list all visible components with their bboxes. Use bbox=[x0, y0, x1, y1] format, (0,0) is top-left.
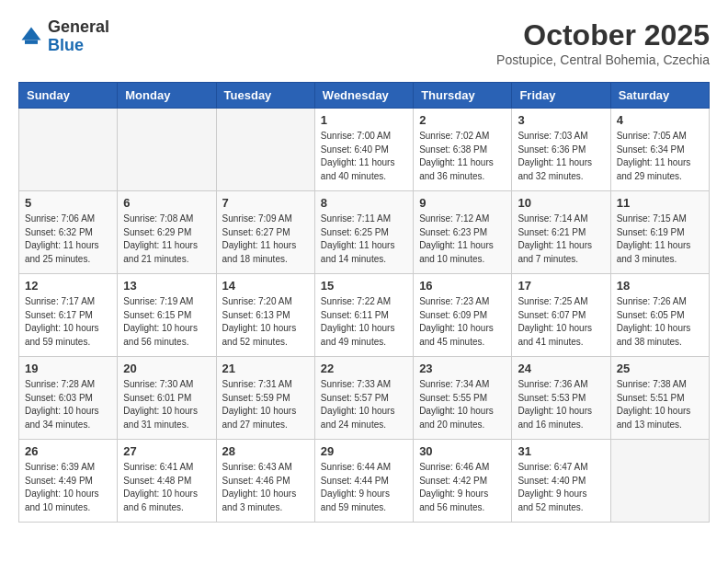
weekday-header-wednesday: Wednesday bbox=[314, 83, 413, 109]
calendar-day-24: 24Sunrise: 7:36 AM Sunset: 5:53 PM Dayli… bbox=[512, 357, 610, 440]
day-info: Sunrise: 7:20 AM Sunset: 6:13 PM Dayligh… bbox=[222, 295, 309, 349]
day-info: Sunrise: 7:25 AM Sunset: 6:07 PM Dayligh… bbox=[518, 295, 604, 349]
weekday-header-saturday: Saturday bbox=[610, 83, 709, 109]
day-number: 3 bbox=[518, 113, 604, 127]
logo-icon bbox=[18, 24, 44, 50]
day-info: Sunrise: 7:19 AM Sunset: 6:15 PM Dayligh… bbox=[123, 295, 210, 349]
day-number: 23 bbox=[419, 362, 506, 375]
logo-general-label: General bbox=[48, 18, 109, 37]
day-number: 11 bbox=[617, 196, 703, 210]
calendar-empty-cell bbox=[216, 109, 314, 191]
calendar-day-11: 11Sunrise: 7:15 AM Sunset: 6:19 PM Dayli… bbox=[610, 191, 709, 274]
calendar-day-3: 3Sunrise: 7:03 AM Sunset: 6:36 PM Daylig… bbox=[512, 109, 610, 191]
calendar-day-20: 20Sunrise: 7:30 AM Sunset: 6:01 PM Dayli… bbox=[118, 357, 216, 440]
calendar-day-2: 2Sunrise: 7:02 AM Sunset: 6:38 PM Daylig… bbox=[414, 109, 512, 191]
calendar-table: SundayMondayTuesdayWednesdayThursdayFrid… bbox=[18, 82, 710, 523]
calendar-day-8: 8Sunrise: 7:11 AM Sunset: 6:25 PM Daylig… bbox=[314, 191, 413, 274]
day-info: Sunrise: 7:38 AM Sunset: 5:51 PM Dayligh… bbox=[617, 378, 703, 431]
calendar-day-7: 7Sunrise: 7:09 AM Sunset: 6:27 PM Daylig… bbox=[216, 191, 314, 274]
day-info: Sunrise: 7:03 AM Sunset: 6:36 PM Dayligh… bbox=[518, 130, 604, 183]
calendar-day-19: 19Sunrise: 7:28 AM Sunset: 6:03 PM Dayli… bbox=[19, 357, 118, 440]
day-number: 16 bbox=[419, 279, 506, 293]
day-info: Sunrise: 7:02 AM Sunset: 6:38 PM Dayligh… bbox=[419, 130, 506, 183]
day-info: Sunrise: 7:11 AM Sunset: 6:25 PM Dayligh… bbox=[321, 213, 407, 266]
calendar-day-10: 10Sunrise: 7:14 AM Sunset: 6:21 PM Dayli… bbox=[512, 191, 610, 274]
calendar-day-12: 12Sunrise: 7:17 AM Sunset: 6:17 PM Dayli… bbox=[19, 274, 118, 357]
weekday-header-tuesday: Tuesday bbox=[216, 83, 314, 109]
day-number: 10 bbox=[518, 196, 604, 210]
calendar-day-15: 15Sunrise: 7:22 AM Sunset: 6:11 PM Dayli… bbox=[314, 274, 413, 357]
day-number: 17 bbox=[518, 279, 604, 293]
weekday-header-monday: Monday bbox=[118, 83, 216, 109]
weekday-header-thursday: Thursday bbox=[414, 83, 512, 109]
day-number: 26 bbox=[25, 444, 111, 458]
calendar-day-13: 13Sunrise: 7:19 AM Sunset: 6:15 PM Dayli… bbox=[118, 274, 216, 357]
day-info: Sunrise: 6:46 AM Sunset: 4:42 PM Dayligh… bbox=[419, 461, 506, 514]
calendar-day-28: 28Sunrise: 6:43 AM Sunset: 4:46 PM Dayli… bbox=[216, 440, 314, 523]
day-number: 7 bbox=[222, 196, 309, 210]
logo-text: General Blue bbox=[48, 18, 109, 55]
calendar-empty-cell bbox=[118, 109, 216, 191]
day-number: 13 bbox=[123, 279, 210, 293]
calendar-day-17: 17Sunrise: 7:25 AM Sunset: 6:07 PM Dayli… bbox=[512, 274, 610, 357]
day-info: Sunrise: 7:28 AM Sunset: 6:03 PM Dayligh… bbox=[25, 378, 111, 431]
day-number: 4 bbox=[617, 113, 703, 127]
day-number: 9 bbox=[419, 196, 506, 210]
day-info: Sunrise: 7:33 AM Sunset: 5:57 PM Dayligh… bbox=[321, 378, 407, 431]
day-info: Sunrise: 7:14 AM Sunset: 6:21 PM Dayligh… bbox=[518, 213, 604, 266]
day-info: Sunrise: 7:31 AM Sunset: 5:59 PM Dayligh… bbox=[222, 378, 309, 431]
calendar-day-27: 27Sunrise: 6:41 AM Sunset: 4:48 PM Dayli… bbox=[118, 440, 216, 523]
svg-marker-0 bbox=[22, 27, 41, 40]
day-number: 30 bbox=[419, 444, 506, 458]
day-info: Sunrise: 7:34 AM Sunset: 5:55 PM Dayligh… bbox=[419, 378, 506, 431]
day-info: Sunrise: 7:23 AM Sunset: 6:09 PM Dayligh… bbox=[419, 295, 506, 349]
day-info: Sunrise: 7:26 AM Sunset: 6:05 PM Dayligh… bbox=[617, 295, 703, 349]
day-number: 2 bbox=[419, 113, 506, 127]
day-info: Sunrise: 6:43 AM Sunset: 4:46 PM Dayligh… bbox=[222, 461, 309, 514]
day-info: Sunrise: 7:22 AM Sunset: 6:11 PM Dayligh… bbox=[321, 295, 407, 349]
calendar-week-row: 26Sunrise: 6:39 AM Sunset: 4:49 PM Dayli… bbox=[19, 440, 710, 523]
calendar-day-30: 30Sunrise: 6:46 AM Sunset: 4:42 PM Dayli… bbox=[414, 440, 512, 523]
day-number: 21 bbox=[222, 362, 309, 375]
calendar-week-row: 1Sunrise: 7:00 AM Sunset: 6:40 PM Daylig… bbox=[19, 109, 710, 191]
calendar-day-21: 21Sunrise: 7:31 AM Sunset: 5:59 PM Dayli… bbox=[216, 357, 314, 440]
location-subtitle: Postupice, Central Bohemia, Czechia bbox=[496, 52, 710, 67]
day-info: Sunrise: 7:08 AM Sunset: 6:29 PM Dayligh… bbox=[123, 213, 210, 266]
calendar-day-16: 16Sunrise: 7:23 AM Sunset: 6:09 PM Dayli… bbox=[414, 274, 512, 357]
day-number: 18 bbox=[617, 279, 703, 293]
calendar-empty-cell bbox=[19, 109, 118, 191]
day-info: Sunrise: 7:00 AM Sunset: 6:40 PM Dayligh… bbox=[321, 130, 407, 183]
title-block: October 2025 Postupice, Central Bohemia,… bbox=[496, 18, 710, 67]
svg-rect-1 bbox=[25, 40, 38, 43]
day-number: 12 bbox=[25, 279, 111, 293]
day-number: 19 bbox=[25, 362, 111, 375]
day-number: 31 bbox=[518, 444, 604, 458]
day-info: Sunrise: 7:09 AM Sunset: 6:27 PM Dayligh… bbox=[222, 213, 309, 266]
calendar-day-26: 26Sunrise: 6:39 AM Sunset: 4:49 PM Dayli… bbox=[19, 440, 118, 523]
day-number: 20 bbox=[123, 362, 210, 375]
day-info: Sunrise: 7:36 AM Sunset: 5:53 PM Dayligh… bbox=[518, 378, 604, 431]
calendar-week-row: 19Sunrise: 7:28 AM Sunset: 6:03 PM Dayli… bbox=[19, 357, 710, 440]
day-number: 15 bbox=[321, 279, 407, 293]
day-number: 1 bbox=[321, 113, 407, 127]
day-number: 24 bbox=[518, 362, 604, 375]
calendar-day-5: 5Sunrise: 7:06 AM Sunset: 6:32 PM Daylig… bbox=[19, 191, 118, 274]
calendar-day-23: 23Sunrise: 7:34 AM Sunset: 5:55 PM Dayli… bbox=[414, 357, 512, 440]
day-info: Sunrise: 6:39 AM Sunset: 4:49 PM Dayligh… bbox=[25, 461, 111, 514]
calendar-day-29: 29Sunrise: 6:44 AM Sunset: 4:44 PM Dayli… bbox=[314, 440, 413, 523]
day-info: Sunrise: 7:12 AM Sunset: 6:23 PM Dayligh… bbox=[419, 213, 506, 266]
day-number: 22 bbox=[321, 362, 407, 375]
day-number: 25 bbox=[617, 362, 703, 375]
day-number: 5 bbox=[25, 196, 111, 210]
calendar-day-25: 25Sunrise: 7:38 AM Sunset: 5:51 PM Dayli… bbox=[610, 357, 709, 440]
day-info: Sunrise: 7:30 AM Sunset: 6:01 PM Dayligh… bbox=[123, 378, 210, 431]
day-info: Sunrise: 6:47 AM Sunset: 4:40 PM Dayligh… bbox=[518, 461, 604, 514]
day-number: 28 bbox=[222, 444, 309, 458]
day-number: 14 bbox=[222, 279, 309, 293]
calendar-day-18: 18Sunrise: 7:26 AM Sunset: 6:05 PM Dayli… bbox=[610, 274, 709, 357]
weekday-header-friday: Friday bbox=[512, 83, 610, 109]
day-number: 8 bbox=[321, 196, 407, 210]
calendar-empty-cell bbox=[610, 440, 709, 523]
page-header: General Blue October 2025 Postupice, Cen… bbox=[18, 18, 710, 67]
calendar-day-31: 31Sunrise: 6:47 AM Sunset: 4:40 PM Dayli… bbox=[512, 440, 610, 523]
